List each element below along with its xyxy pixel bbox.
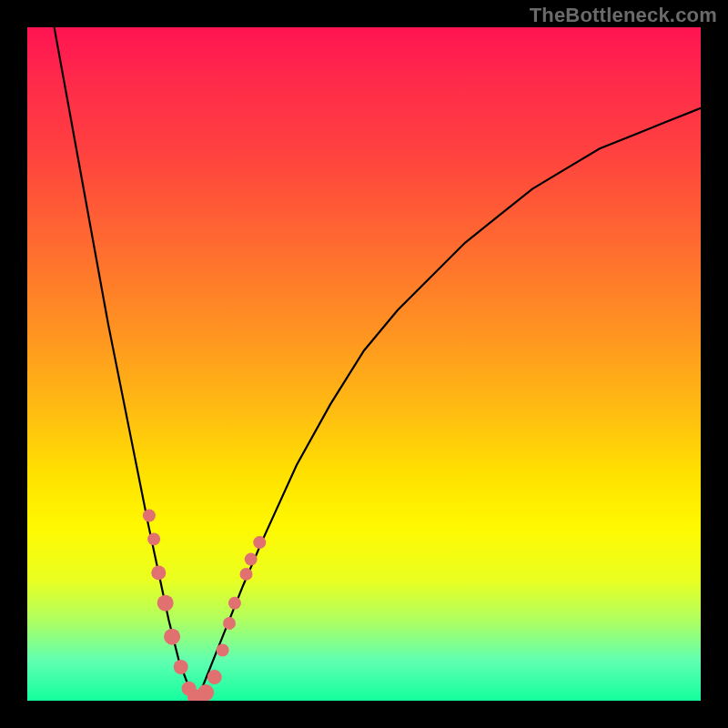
curve-marker-8 [197, 684, 214, 701]
curve-marker-9 [207, 670, 222, 684]
curve-marker-4 [164, 629, 180, 645]
curve-marker-11 [223, 617, 236, 630]
curve-marker-13 [240, 568, 253, 581]
curve-markers [143, 510, 266, 702]
curve-marker-3 [157, 595, 174, 612]
curve-marker-15 [253, 536, 266, 549]
chart-svg [27, 27, 701, 701]
curve-marker-12 [228, 597, 241, 610]
curve-marker-0 [143, 510, 156, 522]
curve-right-branch [196, 108, 701, 701]
chart-plot-area [27, 27, 701, 701]
watermark-text: TheBottleneck.com [530, 4, 717, 27]
curve-marker-10 [217, 644, 229, 657]
curve-marker-2 [151, 565, 166, 580]
curve-marker-14 [245, 553, 258, 566]
curve-left-branch [55, 27, 196, 701]
curve-marker-1 [147, 532, 160, 545]
curve-marker-5 [174, 660, 188, 674]
chart-frame: TheBottleneck.com [0, 0, 728, 728]
